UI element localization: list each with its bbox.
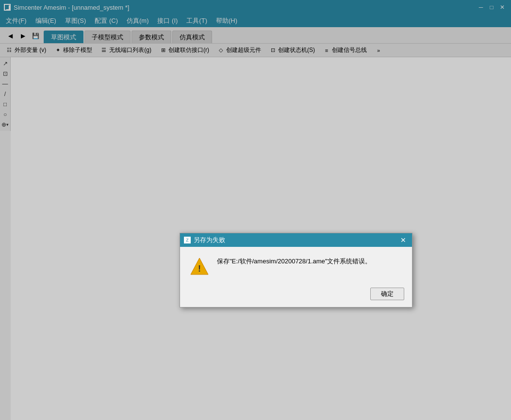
dialog-footer: 确定 xyxy=(180,284,412,307)
dialog-title: 另存为失败 xyxy=(194,236,396,244)
dialog-body: ! 保存"E:/软件/amesim/20200728/1.ame"文件系统错误。 xyxy=(180,247,412,284)
save-failed-dialog: Z 另存为失败 ✕ ! 保存"E:/软件/amesim/20200728/1.a… xyxy=(180,233,412,307)
dialog-icon: Z xyxy=(184,237,191,243)
dialog-close-button[interactable]: ✕ xyxy=(398,235,408,245)
warning-icon: ! xyxy=(190,257,209,276)
svg-text:!: ! xyxy=(198,264,201,274)
dialog-message: 保存"E:/软件/amesim/20200728/1.ame"文件系统错误。 xyxy=(217,257,402,266)
dialog-titlebar: Z 另存为失败 ✕ xyxy=(180,233,412,247)
modal-overlay xyxy=(0,0,511,420)
warning-triangle-svg: ! xyxy=(190,257,209,275)
dialog-ok-button[interactable]: 确定 xyxy=(370,288,404,300)
